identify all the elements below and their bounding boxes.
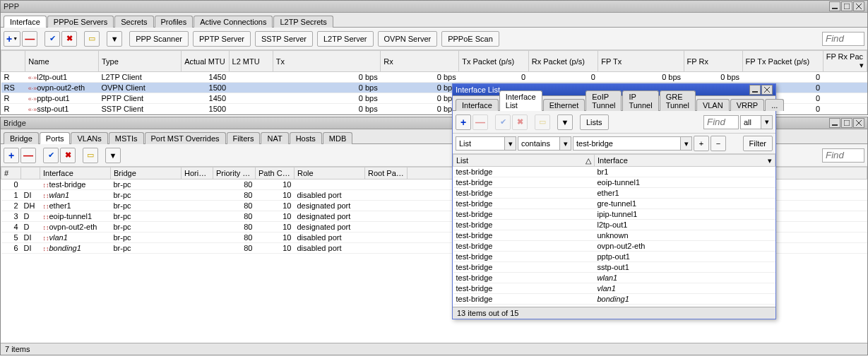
disable-button[interactable]: ✖ xyxy=(60,148,76,163)
column-header[interactable]: Role xyxy=(295,167,365,180)
tab-interface-list[interactable]: Interface List xyxy=(499,90,542,111)
tab-active-connections[interactable]: Active Connections xyxy=(194,16,273,28)
tab--[interactable]: ... xyxy=(765,99,784,111)
tab-secrets[interactable]: Secrets xyxy=(114,16,153,28)
tab-eoip-tunnel[interactable]: EoIP Tunnel xyxy=(585,90,622,111)
dropdown-arrow-icon[interactable]: ▾ xyxy=(560,136,571,151)
table-row[interactable]: test-bridgel2tp-out1 xyxy=(453,220,775,230)
filter-button[interactable]: ▼ xyxy=(107,31,122,47)
column-header[interactable]: FP Rx xyxy=(684,51,742,72)
table-row[interactable]: test-bridgeunknown xyxy=(453,230,775,241)
tab-bridge[interactable]: Bridge xyxy=(4,132,39,144)
tab-ip-tunnel[interactable]: IP Tunnel xyxy=(622,90,658,111)
enable-button[interactable]: ✔ xyxy=(495,114,511,130)
sstp-server-button[interactable]: SSTP Server xyxy=(255,31,313,47)
tab-pppoe-servers[interactable]: PPPoE Servers xyxy=(47,16,114,28)
lists-button[interactable]: Lists xyxy=(580,114,609,130)
pptp-server-button[interactable]: PPTP Server xyxy=(193,31,251,47)
filter-field-dropdown[interactable]: List ▾ xyxy=(456,136,516,151)
tab-ethernet[interactable]: Ethernet xyxy=(543,99,585,111)
enable-button[interactable]: ✔ xyxy=(44,31,60,47)
column-header[interactable]: Name xyxy=(25,51,99,72)
ovpn-server-button[interactable]: OVPN Server xyxy=(378,31,438,47)
add-button[interactable]: + xyxy=(456,114,471,130)
tab-vrrp[interactable]: VRRP xyxy=(730,99,765,111)
add-button[interactable]: + xyxy=(4,148,19,163)
close-button[interactable] xyxy=(853,1,864,11)
column-header[interactable]: Actual MTU xyxy=(182,51,229,72)
maximize-button[interactable] xyxy=(841,118,852,128)
table-row[interactable]: test-bridgevlan1 xyxy=(453,283,775,294)
column-header[interactable]: Path Cost xyxy=(256,167,295,180)
column-header[interactable]: Tx Packet (p/s) xyxy=(459,51,529,72)
filter-value-dropdown[interactable]: test-bridge ▾ xyxy=(573,136,692,151)
minimize-button[interactable] xyxy=(829,118,840,128)
iflist-grid[interactable]: List△Interface▾ test-bridgebr1test-bridg… xyxy=(453,154,775,307)
add-button[interactable]: +▼ xyxy=(4,31,20,47)
table-row[interactable]: test-bridgesstp-out1 xyxy=(453,262,775,273)
dropdown-arrow-icon[interactable]: ▾ xyxy=(505,136,516,151)
column-header[interactable]: Tx xyxy=(273,51,380,72)
ppp-titlebar[interactable]: PPP xyxy=(1,1,867,13)
table-row[interactable]: test-bridgeovpn-out2-eth xyxy=(453,241,775,252)
table-row[interactable]: test-bridgebonding1 xyxy=(453,294,775,305)
tab-interface[interactable]: Interface xyxy=(456,99,499,111)
pppoe-scan-button[interactable]: PPPoE Scan xyxy=(441,31,499,47)
comment-button[interactable]: ▭ xyxy=(535,114,550,130)
ppp-scanner-button[interactable]: PPP Scanner xyxy=(129,31,189,47)
column-header[interactable] xyxy=(21,167,40,180)
filter-apply-button[interactable]: Filter xyxy=(743,136,773,151)
remove-button[interactable]: — xyxy=(472,114,488,130)
column-header[interactable]: FP Rx Pac ▾ xyxy=(823,51,867,72)
minimize-button[interactable] xyxy=(749,85,761,95)
dropdown-arrow-icon[interactable]: ▾ xyxy=(761,115,773,129)
tab-nat[interactable]: NAT xyxy=(261,132,288,144)
column-header[interactable]: Horizon xyxy=(182,167,213,180)
filter-button[interactable]: ▼ xyxy=(105,148,121,163)
column-header[interactable]: L2 MTU xyxy=(229,51,273,72)
minimize-button[interactable] xyxy=(829,1,840,11)
comment-button[interactable]: ▭ xyxy=(83,148,98,163)
column-header[interactable]: Bridge xyxy=(111,167,182,180)
filter-add-button[interactable]: + xyxy=(694,136,709,151)
enable-button[interactable]: ✔ xyxy=(43,148,59,163)
column-header[interactable]: Interface xyxy=(40,167,111,180)
remove-button[interactable]: — xyxy=(20,148,36,163)
filter-remove-button[interactable]: − xyxy=(711,136,726,151)
tab-gre-tunnel[interactable]: GRE Tunnel xyxy=(660,90,696,111)
table-row[interactable]: test-bridgeeoip-tunnel1 xyxy=(453,177,775,188)
column-header[interactable]: Type xyxy=(98,51,181,72)
column-header[interactable]: Root Pat... xyxy=(365,167,408,180)
find-input[interactable] xyxy=(703,115,739,129)
dropdown-arrow-icon[interactable]: ▾ xyxy=(681,136,692,151)
column-header[interactable]: Rx Packet (p/s) xyxy=(528,51,598,72)
scope-dropdown[interactable]: all ▾ xyxy=(740,115,773,129)
table-row[interactable]: test-bridgebr1 xyxy=(453,167,775,177)
tab-vlans[interactable]: VLANs xyxy=(71,132,107,144)
column-header[interactable]: Priority (h... xyxy=(213,167,256,180)
tab-ports[interactable]: Ports xyxy=(40,132,71,144)
comment-button[interactable]: ▭ xyxy=(84,31,100,47)
table-row[interactable]: test-bridgepptp-out1 xyxy=(453,252,775,262)
remove-button[interactable]: — xyxy=(22,31,37,47)
table-row[interactable]: test-bridgeether1 xyxy=(453,188,775,199)
filter-button[interactable]: ▼ xyxy=(557,114,573,130)
column-header[interactable]: List△ xyxy=(453,155,595,167)
tab-mdb[interactable]: MDB xyxy=(323,132,352,144)
disable-button[interactable]: ✖ xyxy=(512,114,528,130)
tab-port-mst-overrides[interactable]: Port MST Overrides xyxy=(145,132,226,144)
column-header[interactable]: Rx xyxy=(381,51,459,72)
find-input[interactable] xyxy=(822,148,864,163)
filter-op-dropdown[interactable]: contains ▾ xyxy=(518,136,571,151)
tab-filters[interactable]: Filters xyxy=(227,132,261,144)
column-header[interactable]: FP Tx Packet (p/s) xyxy=(742,51,823,72)
tab-vlan[interactable]: VLAN xyxy=(696,99,730,111)
tab-interface[interactable]: Interface xyxy=(4,16,47,28)
column-header[interactable]: FP Tx xyxy=(598,51,684,72)
table-row[interactable]: R«·»l2tp-out1L2TP Client14500 bps0 bps00… xyxy=(1,72,867,83)
table-row[interactable]: test-bridgewlan1 xyxy=(453,273,775,283)
column-header[interactable]: # xyxy=(1,167,21,180)
tab-hosts[interactable]: Hosts xyxy=(290,132,322,144)
find-input[interactable] xyxy=(822,32,864,46)
maximize-button[interactable] xyxy=(841,1,852,11)
